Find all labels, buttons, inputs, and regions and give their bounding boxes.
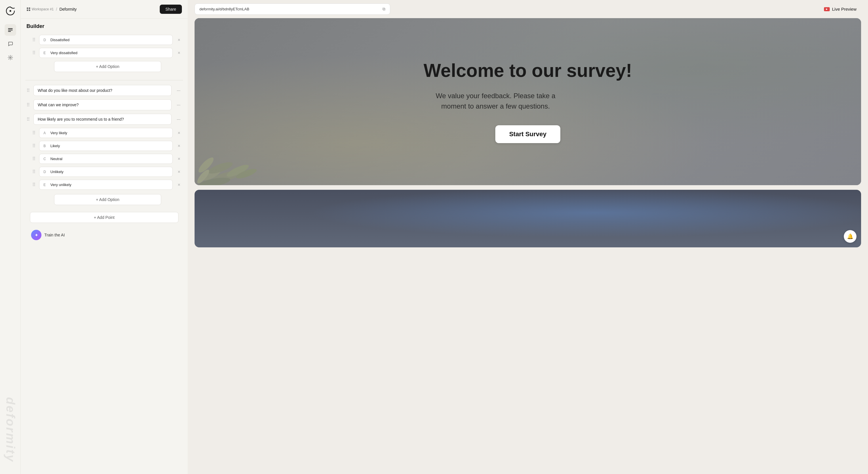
option-row-d: ⠿ D Dissatisfied × — [31, 34, 183, 46]
delete-option-a[interactable]: × — [175, 129, 183, 137]
option-letter-a: A — [43, 131, 48, 135]
copy-icon[interactable]: ⧉ — [382, 7, 385, 11]
builder-content: ⠿ D Dissatisfied × ⠿ E Very dissatisfied… — [21, 32, 188, 246]
survey-card-content: Welcome to our survey! We value your fee… — [412, 49, 644, 155]
svg-rect-2 — [8, 30, 13, 31]
delete-option-d2[interactable]: × — [175, 168, 183, 176]
add-option-button-1[interactable]: + Add Option — [54, 61, 161, 72]
url-bar: deformity.ai/d/bdn8yETcmLAB ⧉ — [194, 3, 390, 15]
add-option-button-2[interactable]: + Add Option — [54, 194, 161, 205]
option-text-a: Very likely — [50, 131, 67, 135]
drag-handle-c[interactable]: ⠿ — [31, 155, 37, 163]
project-label: Deformity — [59, 7, 76, 11]
workspace-label: Workspace #1 — [32, 7, 54, 11]
builder-header: Workspace #1 / Deformity Share — [21, 0, 188, 19]
survey-welcome-title: Welcome to our survey! — [424, 60, 632, 82]
question-input-1[interactable] — [33, 85, 172, 96]
drag-handle-d2[interactable]: ⠿ — [31, 168, 37, 176]
breadcrumb-icon: Workspace #1 — [27, 7, 54, 11]
drag-handle-a[interactable]: ⠿ — [31, 129, 37, 137]
breadcrumb: Workspace #1 / Deformity — [27, 7, 76, 11]
builder-panel: Workspace #1 / Deformity Share Builder ⠿… — [21, 0, 188, 474]
question-row-1: ⠿ ⋯ — [25, 84, 183, 97]
svg-rect-1 — [8, 28, 13, 29]
survey-card-2: 🔔 — [194, 190, 861, 247]
svg-rect-5 — [27, 7, 28, 9]
drag-handle-e[interactable]: ⠿ — [31, 49, 37, 57]
sidebar-item-chat[interactable] — [5, 38, 16, 50]
more-options-q1[interactable]: ⋯ — [174, 86, 183, 95]
drag-handle-q2[interactable]: ⠿ — [25, 101, 31, 109]
breadcrumb-separator: / — [56, 7, 57, 11]
more-options-q2[interactable]: ⋯ — [174, 100, 183, 110]
option-letter-e: E — [43, 51, 48, 55]
option-letter-e2: E — [43, 183, 48, 187]
option-letter-c: C — [43, 157, 48, 161]
more-options-q3[interactable]: ⋯ — [174, 115, 183, 124]
svg-rect-3 — [8, 31, 11, 32]
survey-welcome-subtitle: We value your feedback. Please take a mo… — [424, 91, 567, 112]
leaf-decoration — [194, 133, 258, 185]
option-text-d: Dissatisfied — [50, 38, 69, 42]
option-text-e2: Very unlikely — [50, 183, 71, 187]
preview-area: deformity.ai/d/bdn8yETcmLAB ⧉ ▶ Live Pre… — [188, 0, 868, 474]
option-input-e[interactable]: E Very dissatisfied — [39, 48, 173, 58]
question-input-2[interactable] — [33, 99, 172, 110]
option-row-c: ⠿ C Neutral × — [31, 153, 183, 165]
train-ai-row[interactable]: ✦ Train the AI — [25, 226, 183, 244]
svg-rect-8 — [29, 9, 30, 11]
drag-handle-e2[interactable]: ⠿ — [31, 181, 37, 188]
question-row-3: ⠿ ⋯ — [25, 113, 183, 126]
delete-option-e2[interactable]: × — [175, 181, 183, 189]
option-input-c[interactable]: C Neutral — [39, 154, 173, 164]
corner-action-button[interactable]: 🔔 — [844, 230, 857, 243]
option-text-b: Likely — [50, 144, 60, 148]
svg-point-4 — [9, 57, 11, 58]
sidebar-item-settings[interactable] — [5, 52, 16, 63]
train-ai-avatar: ✦ — [31, 230, 41, 240]
question-row-2: ⠿ ⋯ — [25, 98, 183, 112]
svg-point-0 — [9, 10, 11, 12]
option-row-e2: ⠿ E Very unlikely × — [31, 179, 183, 190]
option-letter-d: D — [43, 38, 48, 42]
live-preview-button[interactable]: ▶ Live Preview — [819, 4, 861, 14]
option-letter-b: B — [43, 144, 48, 148]
add-point-button[interactable]: + Add Point — [30, 212, 179, 223]
live-preview-label: Live Preview — [832, 7, 857, 11]
delete-option-b[interactable]: × — [175, 142, 183, 150]
icon-sidebar: deformity — [0, 0, 21, 474]
train-ai-label: Train the AI — [44, 233, 65, 237]
preview-header: deformity.ai/d/bdn8yETcmLAB ⧉ ▶ Live Pre… — [188, 0, 868, 18]
start-survey-button[interactable]: Start Survey — [495, 125, 560, 143]
share-button[interactable]: Share — [160, 5, 182, 14]
option-text-d2: Unlikely — [50, 170, 64, 174]
option-input-d2[interactable]: D Unlikely — [39, 167, 173, 177]
sidebar-item-builder[interactable] — [5, 24, 16, 36]
delete-option-e[interactable]: × — [175, 49, 183, 57]
question-input-3[interactable] — [33, 114, 172, 125]
live-indicator: ▶ — [824, 7, 830, 11]
option-input-e2[interactable]: E Very unlikely — [39, 180, 173, 190]
preview-scroll: Welcome to our survey! We value your fee… — [188, 18, 868, 474]
drag-handle-q1[interactable]: ⠿ — [25, 87, 31, 94]
brand-logo — [4, 5, 17, 17]
drag-handle-q3[interactable]: ⠿ — [25, 116, 31, 123]
drag-handle-b[interactable]: ⠿ — [31, 142, 37, 150]
option-input-a[interactable]: A Very likely — [39, 128, 173, 138]
option-input-b[interactable]: B Likely — [39, 141, 173, 151]
svg-rect-6 — [29, 7, 30, 9]
builder-title: Builder — [21, 19, 188, 32]
option-row-a: ⠿ A Very likely × — [31, 127, 183, 139]
drag-handle-d[interactable]: ⠿ — [31, 36, 37, 44]
delete-option-d[interactable]: × — [175, 36, 183, 44]
option-input-d[interactable]: D Dissatisfied — [39, 35, 173, 45]
delete-option-c[interactable]: × — [175, 155, 183, 163]
option-row-e: ⠿ E Very dissatisfied × — [31, 47, 183, 59]
option-row-d2: ⠿ D Unlikely × — [31, 166, 183, 178]
svg-rect-7 — [27, 9, 28, 11]
brand-watermark: deformity — [3, 397, 17, 463]
url-text: deformity.ai/d/bdn8yETcmLAB — [199, 7, 249, 11]
survey-card-welcome: Welcome to our survey! We value your fee… — [194, 18, 861, 185]
option-row-b: ⠿ B Likely × — [31, 140, 183, 152]
option-letter-d2: D — [43, 170, 48, 174]
